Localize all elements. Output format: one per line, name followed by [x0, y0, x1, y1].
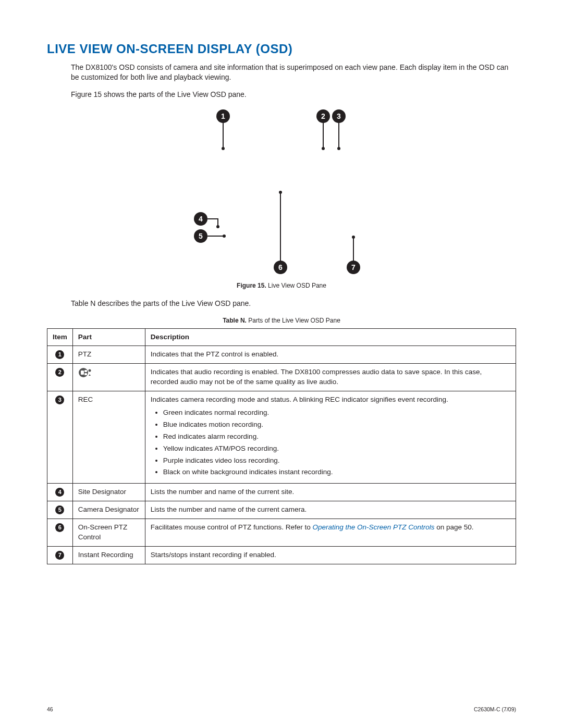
table-caption: Table N. Parts of the Live View OSD Pane: [47, 317, 516, 324]
cell-item: 5: [47, 501, 73, 519]
list-item: Purple indicates video loss recording.: [163, 456, 510, 466]
table-row: 7Instant RecordingStarts/stops instant r…: [47, 546, 516, 564]
list-item: Yellow indicates ATM/POS recording.: [163, 444, 510, 454]
item-badge: 2: [55, 368, 64, 377]
list-item: Red indicates alarm recording.: [163, 432, 510, 442]
section-title: LIVE VIEW ON-SCREEN DISPLAY (OSD): [47, 42, 516, 56]
svg-rect-29: [84, 370, 87, 372]
item-badge: 7: [55, 551, 64, 560]
table-row: 2Indicates that audio recording is enabl…: [47, 364, 516, 391]
table-row: 3RECIndicates camera recording mode and …: [47, 391, 516, 484]
callout-2: 2: [316, 109, 330, 150]
svg-text:2: 2: [321, 112, 325, 120]
audio-recording-icon: [78, 368, 94, 376]
figure-diagram: 1 2 3 4: [172, 107, 391, 279]
svg-text:1: 1: [221, 112, 225, 120]
page-footer: 46 C2630M-C (7/09): [47, 706, 516, 712]
svg-text:7: 7: [351, 263, 356, 272]
callout-1: 1: [216, 109, 230, 150]
cell-part: On-Screen PTZ Control: [72, 519, 145, 547]
cell-description: Lists the number and name of the current…: [145, 484, 516, 501]
cell-part: Camera Designator: [72, 501, 145, 519]
cell-description: Indicates that the PTZ control is enable…: [145, 346, 516, 364]
svg-point-20: [279, 191, 282, 194]
item-badge: 6: [55, 523, 64, 532]
cell-description: Lists the number and name of the current…: [145, 501, 516, 519]
svg-text:4: 4: [199, 215, 203, 223]
intro-paragraph: The DX8100's OSD consists of camera and …: [47, 63, 516, 82]
cross-reference-link[interactable]: Operating the On-Screen PTZ Controls: [312, 523, 434, 531]
cell-part: REC: [72, 391, 145, 484]
table-row: 1PTZIndicates that the PTZ control is en…: [47, 346, 516, 364]
list-item: Blue indicates motion recording.: [163, 420, 510, 430]
table-caption-label: Table N.: [223, 317, 247, 324]
svg-rect-30: [84, 373, 87, 375]
th-item: Item: [47, 328, 73, 346]
callout-4: 4: [194, 212, 219, 228]
parts-table: Item Part Description 1PTZIndicates that…: [47, 328, 516, 564]
cell-item: 4: [47, 484, 73, 501]
item-badge: 1: [55, 350, 64, 359]
item-badge: 4: [55, 488, 64, 497]
svg-point-24: [352, 236, 355, 239]
table-row: 6On-Screen PTZ ControlFacilitates mouse …: [47, 519, 516, 547]
cell-item: 7: [47, 546, 73, 564]
cell-part: Instant Recording: [72, 546, 145, 564]
figure-live-view-osd: 1 2 3 4: [47, 107, 516, 289]
list-item: Green indicates normal recording.: [163, 408, 510, 418]
cell-description: Facilitates mouse control of PTZ functio…: [145, 519, 516, 547]
svg-text:5: 5: [199, 232, 203, 240]
item-badge: 3: [55, 396, 64, 404]
th-part: Part: [72, 328, 145, 346]
callout-3: 3: [332, 109, 346, 150]
svg-point-14: [216, 225, 219, 228]
svg-text:6: 6: [278, 263, 283, 272]
table-row: 5Camera DesignatorLists the number and n…: [47, 501, 516, 519]
svg-point-9: [337, 147, 340, 150]
callout-7: 7: [347, 236, 360, 274]
description-bullet-list: Green indicates normal recording.Blue in…: [151, 408, 510, 477]
cell-part: [72, 364, 145, 391]
figure-caption-label: Figure 15.: [237, 282, 266, 289]
callout-5: 5: [194, 229, 226, 243]
cell-description: Starts/stops instant recording if enable…: [145, 546, 516, 564]
document-page: LIVE VIEW ON-SCREEN DISPLAY (OSD) The DX…: [0, 0, 563, 728]
th-desc: Description: [145, 328, 516, 346]
cell-item: 3: [47, 391, 73, 484]
footer-doc-id: C2630M-C (7/09): [474, 706, 516, 712]
cell-part: Site Designator: [72, 484, 145, 501]
svg-point-18: [223, 235, 226, 238]
figure-caption: Figure 15. Live View OSD Pane: [47, 282, 516, 289]
svg-point-31: [88, 369, 91, 372]
figure-lead-text: Figure 15 shows the parts of the Live Vi…: [47, 90, 516, 100]
cell-description: Indicates camera recording mode and stat…: [145, 391, 516, 484]
list-item: Black on white background indicates inst…: [163, 467, 510, 477]
callout-6: 6: [274, 191, 287, 274]
svg-text:3: 3: [337, 112, 341, 120]
cell-item: 6: [47, 519, 73, 547]
svg-rect-28: [81, 371, 84, 375]
svg-point-5: [322, 147, 325, 150]
cell-item: 1: [47, 346, 73, 364]
svg-point-1: [222, 147, 225, 150]
table-header-row: Item Part Description: [47, 328, 516, 346]
table-lead-text: Table N describes the parts of the Live …: [47, 299, 516, 309]
table-row: 4Site DesignatorLists the number and nam…: [47, 484, 516, 501]
cell-description: Indicates that audio recording is enable…: [145, 364, 516, 391]
cell-item: 2: [47, 364, 73, 391]
footer-page-number: 46: [47, 706, 53, 712]
figure-caption-text: Live View OSD Pane: [268, 282, 326, 289]
item-badge: 5: [55, 505, 64, 514]
table-caption-text: Parts of the Live View OSD Pane: [248, 317, 340, 324]
cell-part: PTZ: [72, 346, 145, 364]
